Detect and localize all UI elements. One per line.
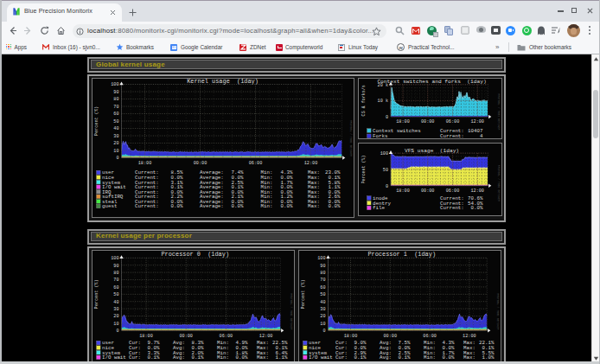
- svg-text:00:00: 00:00: [383, 333, 397, 338]
- svg-text:12:00: 12:00: [259, 333, 272, 338]
- svg-text:RRDTOOL / TOBI OETIKER: RRDTOOL / TOBI OETIKER: [290, 293, 293, 329]
- svg-text:40: 40: [320, 299, 325, 304]
- svg-text:12:00: 12:00: [470, 188, 484, 193]
- svg-text:18:00: 18:00: [396, 188, 410, 193]
- svg-text:10: 10: [320, 321, 325, 326]
- svg-text:60: 60: [113, 284, 118, 290]
- svg-text:06:00: 06:00: [248, 161, 262, 166]
- svg-text:0: 0: [385, 115, 387, 120]
- svg-text:80: 80: [113, 97, 118, 102]
- svg-text:90: 90: [113, 263, 118, 268]
- svg-text:12:00: 12:00: [463, 333, 476, 338]
- svg-text:Processor 0 (1day): Processor 0 (1day): [161, 250, 229, 257]
- svg-text:Max:: Max:: [463, 354, 476, 361]
- svg-text:0.0%: 0.0%: [235, 354, 247, 361]
- svg-text:4: 4: [480, 133, 483, 139]
- svg-text:1.0%: 1.0%: [482, 354, 494, 361]
- svg-text:20 k: 20 k: [377, 83, 387, 88]
- svg-text:0.1%: 0.1%: [398, 354, 410, 361]
- svg-text:20: 20: [320, 314, 325, 319]
- svg-text:0.0%: 0.0%: [442, 354, 454, 361]
- svg-text:70: 70: [113, 278, 118, 283]
- svg-text:1.1%: 1.1%: [275, 354, 287, 361]
- svg-text:0.0%: 0.0%: [280, 203, 292, 209]
- svg-text:Cur:: Cur:: [129, 354, 141, 361]
- svg-text:10 k: 10 k: [377, 99, 387, 104]
- svg-text:Min:: Min:: [424, 354, 436, 361]
- svg-text:30: 30: [320, 306, 325, 311]
- svg-text:0: 0: [322, 329, 325, 334]
- svg-text:0: 0: [385, 183, 387, 188]
- svg-text:100: 100: [111, 256, 118, 261]
- svg-text:00:00: 00:00: [420, 119, 434, 125]
- svg-text:60: 60: [113, 112, 118, 117]
- svg-text:00:00: 00:00: [420, 188, 434, 193]
- svg-text:0.0%: 0.0%: [470, 205, 482, 211]
- svg-text:50: 50: [320, 292, 325, 297]
- svg-text:Min:: Min:: [260, 203, 272, 209]
- svg-text:0.0%: 0.0%: [231, 203, 243, 209]
- svg-text:Percent (%): Percent (%): [94, 106, 99, 136]
- svg-text:0.1%: 0.1%: [354, 354, 366, 361]
- svg-text:Forks: Forks: [373, 133, 387, 139]
- svg-text:Percent (%): Percent (%): [94, 279, 99, 309]
- svg-text:60: 60: [320, 284, 325, 290]
- svg-text:80: 80: [113, 270, 118, 275]
- svg-text:I/O wait: I/O wait: [309, 354, 333, 361]
- svg-text:100: 100: [317, 256, 325, 261]
- svg-text:Avg:: Avg:: [380, 354, 392, 361]
- svg-text:guest: guest: [102, 203, 117, 209]
- svg-text:CS & forks/s: CS & forks/s: [361, 85, 367, 116]
- svg-text:I/O wait: I/O wait: [102, 354, 126, 361]
- svg-text:Average:: Average:: [200, 203, 224, 209]
- svg-text:18:00: 18:00: [396, 119, 410, 125]
- svg-text:10: 10: [113, 149, 118, 154]
- svg-text:18:00: 18:00: [343, 333, 357, 338]
- svg-text:40: 40: [113, 299, 118, 304]
- svg-text:50: 50: [382, 167, 387, 172]
- svg-text:70: 70: [320, 278, 325, 283]
- svg-text:18:00: 18:00: [137, 161, 151, 166]
- svg-text:18:00: 18:00: [139, 333, 153, 338]
- svg-text:Max:: Max:: [308, 203, 320, 209]
- svg-text:0.0%: 0.0%: [170, 203, 182, 209]
- svg-text:Min:: Min:: [217, 354, 229, 361]
- svg-text:100: 100: [111, 82, 118, 87]
- svg-text:Max:: Max:: [257, 354, 269, 361]
- svg-text:12:00: 12:00: [303, 161, 317, 166]
- svg-text:Kernel usage (1day): Kernel usage (1day): [187, 78, 259, 85]
- svg-text:Processor 1 (1day): Processor 1 (1day): [367, 250, 436, 257]
- svg-text:0: 0: [116, 329, 118, 334]
- svg-text:Context switches and forks (1: Context switches and forks (1day): [377, 79, 486, 85]
- svg-text:20: 20: [113, 314, 118, 319]
- svg-text:80: 80: [320, 270, 325, 275]
- svg-text:00:00: 00:00: [193, 161, 207, 166]
- svg-text:RRDTOOL / TOBI OETIKER: RRDTOOL / TOBI OETIKER: [497, 93, 501, 130]
- svg-text:Current:: Current:: [135, 203, 159, 209]
- svg-text:40: 40: [113, 126, 118, 131]
- svg-text:RRDTOOL / TOBI OETIKER: RRDTOOL / TOBI OETIKER: [496, 293, 500, 329]
- svg-text:20: 20: [113, 141, 118, 146]
- svg-text:50: 50: [113, 292, 118, 297]
- svg-text:RRDTOOL / TOBI OETIKER: RRDTOOL / TOBI OETIKER: [497, 164, 501, 201]
- svg-text:50: 50: [113, 119, 118, 125]
- svg-text:90: 90: [113, 90, 118, 95]
- svg-text:Cur:: Cur:: [335, 354, 348, 361]
- svg-text:06:00: 06:00: [423, 333, 437, 338]
- svg-text:Percent (%): Percent (%): [361, 155, 367, 183]
- svg-text:Current:: Current:: [440, 205, 464, 211]
- svg-text:06:00: 06:00: [219, 333, 233, 338]
- svg-text:0.1%: 0.1%: [147, 354, 159, 361]
- svg-text:30: 30: [113, 306, 118, 311]
- svg-text:0.0%: 0.0%: [328, 203, 340, 209]
- svg-text:06:00: 06:00: [445, 188, 459, 193]
- svg-text:06:00: 06:00: [445, 119, 459, 125]
- svg-text:Percent (%): Percent (%): [301, 279, 306, 309]
- svg-text:VFS usage (1day): VFS usage (1day): [404, 147, 458, 153]
- svg-text:file: file: [373, 205, 385, 211]
- svg-text:0: 0: [116, 156, 118, 161]
- svg-text:00:00: 00:00: [179, 333, 193, 338]
- svg-text:10: 10: [113, 321, 118, 326]
- svg-text:0.1%: 0.1%: [191, 354, 203, 361]
- svg-text:90: 90: [320, 263, 325, 268]
